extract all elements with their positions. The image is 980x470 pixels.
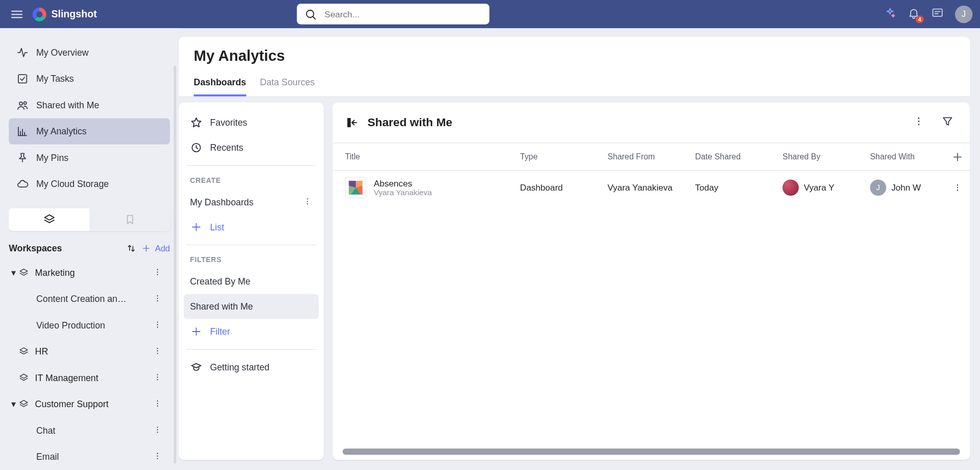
user-name: John W xyxy=(891,183,921,193)
sort-icon[interactable] xyxy=(126,243,136,253)
row-date-shared: Today xyxy=(695,183,782,193)
row-subtitle: Vyara Yanakieva xyxy=(374,189,432,197)
more-icon[interactable] xyxy=(149,447,166,466)
sparkle-icon[interactable] xyxy=(884,7,896,21)
main-header: My Analytics Dashboards Data Sources xyxy=(179,37,970,96)
svg-point-4 xyxy=(19,102,22,105)
col-shared-by[interactable]: Shared By xyxy=(782,152,870,161)
col-type[interactable]: Type xyxy=(520,152,607,161)
add-label: Add xyxy=(155,244,170,253)
workspace-marketing[interactable]: ▾ Marketing xyxy=(9,260,170,286)
nav-my-overview[interactable]: My Overview xyxy=(9,39,170,65)
add-column-button[interactable] xyxy=(945,150,970,162)
workspace-customer-support[interactable]: ▾ Customer Support xyxy=(9,391,170,417)
graduation-icon xyxy=(190,361,202,373)
more-icon[interactable] xyxy=(909,111,928,134)
workspace-it-management[interactable]: IT Management xyxy=(9,365,170,391)
clock-icon xyxy=(190,142,202,154)
more-icon[interactable] xyxy=(149,289,166,309)
workspace-tree: ▾ Marketing Content Creation an… Video P… xyxy=(9,260,170,469)
svg-point-22 xyxy=(157,403,158,404)
nav-label: My Tasks xyxy=(36,74,74,84)
table-row[interactable]: Absences Vyara Yanakieva Dashboard Vyara… xyxy=(332,171,970,204)
layers-icon xyxy=(43,214,55,226)
segment-workspaces[interactable] xyxy=(9,208,89,231)
more-icon[interactable] xyxy=(149,342,166,361)
col-title[interactable]: Title xyxy=(332,152,520,161)
more-icon[interactable] xyxy=(149,263,166,283)
row-more-button[interactable] xyxy=(945,183,970,193)
page-title: My Analytics xyxy=(194,47,955,64)
add-list-button[interactable]: List xyxy=(184,215,318,240)
workspace-label: Marketing xyxy=(35,268,149,278)
svg-point-37 xyxy=(918,124,920,125)
svg-point-32 xyxy=(307,201,308,202)
svg-point-9 xyxy=(157,295,158,296)
workspace-video-production[interactable]: Video Production xyxy=(9,312,170,338)
nav-label: My Analytics xyxy=(36,126,87,136)
sidebar-scrollbar[interactable] xyxy=(174,66,176,464)
main-area: My Analytics Dashboards Data Sources Fav… xyxy=(179,28,980,470)
caret-down-icon[interactable]: ▾ xyxy=(9,268,19,278)
nav-my-cloud-storage[interactable]: My Cloud Storage xyxy=(9,171,170,197)
svg-point-26 xyxy=(157,431,158,432)
filter-icon[interactable] xyxy=(938,111,958,134)
col-shared-from[interactable]: Shared From xyxy=(607,152,695,161)
svg-point-36 xyxy=(918,121,920,122)
nav-my-pins[interactable]: My Pins xyxy=(9,145,170,171)
nav-shared-with-me[interactable]: Shared with Me xyxy=(9,92,170,118)
menu-toggle[interactable] xyxy=(8,5,27,24)
add-workspace-button[interactable]: Add xyxy=(141,243,170,253)
more-icon[interactable] xyxy=(149,316,166,335)
more-icon[interactable] xyxy=(149,420,166,440)
filters-header: FILTERS xyxy=(184,250,318,269)
tab-data-sources[interactable]: Data Sources xyxy=(260,73,315,96)
more-icon[interactable] xyxy=(303,196,313,208)
logo[interactable]: Slingshot xyxy=(33,7,97,21)
svg-point-18 xyxy=(157,374,158,375)
workspace-content-creation[interactable]: Content Creation an… xyxy=(9,286,170,312)
row-shared-from: Vyara Yanakieva xyxy=(607,183,695,193)
favorites-item[interactable]: Favorites xyxy=(184,110,318,135)
workspace-hr[interactable]: HR xyxy=(9,338,170,364)
pin-icon xyxy=(16,151,29,163)
svg-point-27 xyxy=(157,453,158,454)
horizontal-scrollbar[interactable] xyxy=(342,449,960,455)
workspace-email[interactable]: Email xyxy=(9,443,170,469)
workspace-chat[interactable]: Chat xyxy=(9,417,170,443)
notifications-icon[interactable]: 4 xyxy=(908,7,920,21)
user-avatar[interactable]: J xyxy=(955,5,972,22)
created-by-me-item[interactable]: Created By Me xyxy=(184,269,318,294)
nav-my-analytics[interactable]: My Analytics xyxy=(9,118,170,144)
nav-my-tasks[interactable]: My Tasks xyxy=(9,66,170,92)
search-input[interactable] xyxy=(323,9,482,20)
svg-point-33 xyxy=(307,203,308,204)
recents-item[interactable]: Recents xyxy=(184,135,318,160)
shared-with-me-item[interactable]: Shared with Me xyxy=(184,294,318,319)
getting-started-item[interactable]: Getting started xyxy=(184,355,318,380)
more-icon[interactable] xyxy=(149,368,166,388)
workspace-label: IT Management xyxy=(35,373,149,383)
item-label: My Dashboards xyxy=(190,197,253,207)
layers-icon xyxy=(19,346,29,357)
svg-point-11 xyxy=(157,300,158,301)
add-filter-button[interactable]: Filter xyxy=(184,319,318,344)
svg-point-16 xyxy=(157,350,158,351)
svg-point-24 xyxy=(157,427,158,428)
more-icon[interactable] xyxy=(149,394,166,414)
item-label: Filter xyxy=(210,326,230,337)
segment-bookmarks[interactable] xyxy=(89,208,170,231)
panel-title: Shared with Me xyxy=(368,116,452,130)
chat-icon[interactable] xyxy=(931,7,943,21)
search-box[interactable] xyxy=(297,4,489,24)
col-shared-with[interactable]: Shared With xyxy=(870,152,945,161)
my-dashboards-item[interactable]: My Dashboards xyxy=(184,190,318,215)
tab-dashboards[interactable]: Dashboards xyxy=(194,73,247,96)
item-label: Getting started xyxy=(210,362,269,372)
caret-down-icon[interactable]: ▾ xyxy=(9,399,19,409)
svg-line-1 xyxy=(313,16,315,19)
avatar: J xyxy=(870,179,887,196)
col-date-shared[interactable]: Date Shared xyxy=(695,152,782,161)
svg-point-6 xyxy=(157,269,158,270)
panel-collapse-icon[interactable] xyxy=(345,116,359,130)
